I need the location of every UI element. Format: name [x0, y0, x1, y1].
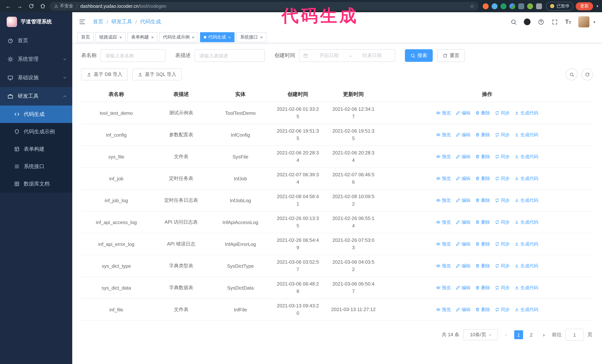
preview-link[interactable]: 预览 [436, 306, 451, 313]
breadcrumb-home[interactable]: 首页 [93, 19, 103, 25]
sidebar-item-code-generation-example[interactable]: 代码生成示例 [0, 123, 72, 140]
delete-link[interactable]: 删除 [475, 306, 490, 313]
page-size-select[interactable]: 10条/页 ▾ [463, 329, 498, 340]
date-range-picker[interactable]: 开始日期 - 结束日期 [299, 49, 395, 62]
puzzle-extension-icon[interactable] [536, 3, 542, 9]
edit-link[interactable]: 编辑 [456, 132, 471, 138]
delete-link[interactable]: 删除 [475, 219, 490, 225]
browser-update-button[interactable]: 更新 [576, 2, 593, 10]
sync-link[interactable]: 同步 [495, 132, 510, 138]
extension-icon-translate[interactable] [518, 3, 524, 9]
generate-code-link[interactable]: 生成代码 [515, 197, 538, 203]
sidebar-item-system-management[interactable]: 系统管理 [0, 50, 72, 69]
edit-link[interactable]: 编辑 [456, 110, 471, 116]
tab-close-icon[interactable]: × [151, 35, 154, 40]
preview-link[interactable]: 预览 [436, 175, 451, 182]
extension-icon-blue[interactable] [492, 3, 498, 9]
table-name-input[interactable] [100, 49, 166, 62]
search-button[interactable]: 搜索 [405, 49, 433, 62]
address-bar[interactable]: ⚠ 不安全 dashboard.yudao.iocoder.cn /tool/c… [50, 2, 479, 10]
tab-代码生成示例[interactable]: 代码生成示例× [159, 32, 198, 42]
sync-link[interactable]: 同步 [495, 285, 510, 291]
browser-reload-button[interactable] [27, 2, 36, 10]
browser-back-button[interactable]: ← [4, 2, 13, 10]
delete-link[interactable]: 删除 [475, 285, 490, 291]
generate-code-link[interactable]: 生成代码 [515, 110, 538, 116]
help-button[interactable] [538, 19, 544, 25]
preview-link[interactable]: 预览 [436, 241, 451, 247]
start-date-placeholder[interactable]: 开始日期 [310, 52, 348, 59]
avatar[interactable] [578, 16, 589, 27]
preview-link[interactable]: 预览 [436, 197, 451, 203]
generate-code-link[interactable]: 生成代码 [515, 285, 538, 291]
avatar-caret-icon[interactable]: ▾ [593, 20, 595, 24]
generate-code-link[interactable]: 生成代码 [515, 306, 538, 313]
reset-button[interactable]: 重置 [437, 49, 465, 62]
sync-link[interactable]: 同步 [495, 175, 510, 182]
generate-code-link[interactable]: 生成代码 [515, 263, 538, 269]
sidebar-item-infrastructure[interactable]: 基础设施 [0, 69, 72, 87]
tab-代码生成[interactable]: 代码生成× [200, 32, 235, 42]
edit-link[interactable]: 编辑 [456, 175, 471, 182]
tab-close-icon[interactable]: × [119, 35, 122, 40]
sync-link[interactable]: 同步 [495, 241, 510, 247]
delete-link[interactable]: 删除 [475, 132, 490, 138]
toggle-search-button[interactable] [566, 69, 578, 80]
sidebar-item-dev-tools[interactable]: 研发工具 [0, 87, 72, 105]
browser-forward-button[interactable]: → [15, 2, 24, 10]
generate-code-link[interactable]: 生成代码 [515, 175, 538, 182]
preview-link[interactable]: 预览 [436, 132, 451, 138]
delete-link[interactable]: 删除 [475, 241, 490, 247]
prev-page-button[interactable]: ‹ [502, 330, 510, 339]
preview-link[interactable]: 预览 [436, 285, 451, 291]
github-icon[interactable] [524, 19, 531, 25]
sidebar-item-form-builder[interactable]: 表单构建 [0, 140, 72, 158]
browser-home-button[interactable] [38, 2, 47, 10]
edit-link[interactable]: 编辑 [456, 197, 471, 203]
generate-code-link[interactable]: 生成代码 [515, 132, 538, 138]
extension-icon-people[interactable] [510, 3, 516, 9]
tab-表单构建[interactable]: 表单构建× [128, 32, 157, 42]
header-search-button[interactable] [510, 19, 517, 25]
sidebar-item-database-docs[interactable]: 数据库文档 [0, 175, 72, 193]
sidebar-item-home[interactable]: 首页 [0, 31, 72, 50]
sidebar-item-code-generation[interactable]: 代码生成 [0, 105, 72, 123]
generate-code-link[interactable]: 生成代码 [515, 154, 538, 160]
delete-link[interactable]: 删除 [475, 263, 490, 269]
extension-icon-orange[interactable] [483, 3, 489, 9]
tab-系统接口[interactable]: 系统接口× [236, 32, 266, 42]
sync-link[interactable]: 同步 [495, 263, 510, 269]
generate-code-link[interactable]: 生成代码 [515, 219, 538, 225]
delete-link[interactable]: 删除 [475, 110, 490, 116]
tab-首页[interactable]: 首页 [77, 32, 94, 42]
browser-menu-caret-icon[interactable]: ▾ [596, 4, 598, 8]
end-date-placeholder[interactable]: 结束日期 [353, 52, 391, 59]
bookmark-star-icon[interactable]: ☆ [470, 3, 474, 9]
sync-link[interactable]: 同步 [495, 306, 510, 313]
delete-link[interactable]: 删除 [475, 175, 490, 182]
delete-link[interactable]: 删除 [475, 197, 490, 203]
refresh-table-button[interactable] [581, 69, 593, 80]
paused-badge[interactable]: 已暂停 [546, 2, 573, 10]
import-db-button[interactable]: 基于 DB 导入 [81, 69, 128, 80]
edit-link[interactable]: 编辑 [456, 306, 471, 313]
sync-link[interactable]: 同步 [495, 154, 510, 160]
extension-icon-leaf[interactable] [527, 3, 533, 9]
edit-link[interactable]: 编辑 [456, 154, 471, 160]
fullscreen-button[interactable] [551, 19, 558, 25]
tab-close-icon[interactable]: × [228, 35, 231, 40]
preview-link[interactable]: 预览 [436, 110, 451, 116]
delete-link[interactable]: 删除 [475, 154, 490, 160]
extension-icon-green-v[interactable] [501, 3, 507, 9]
page-button-1[interactable]: 1 [514, 330, 523, 339]
breadcrumb-dev-tools[interactable]: 研发工具 [111, 19, 132, 25]
sync-link[interactable]: 同步 [495, 110, 510, 116]
generate-code-link[interactable]: 生成代码 [515, 241, 538, 247]
page-button-2[interactable]: 2 [527, 330, 536, 339]
preview-link[interactable]: 预览 [436, 263, 451, 269]
sync-link[interactable]: 同步 [495, 197, 510, 203]
sidebar-logo[interactable]: 芋道管理系统 [0, 12, 72, 31]
sync-link[interactable]: 同步 [495, 219, 510, 225]
next-page-button[interactable]: › [539, 330, 548, 339]
edit-link[interactable]: 编辑 [456, 241, 471, 247]
